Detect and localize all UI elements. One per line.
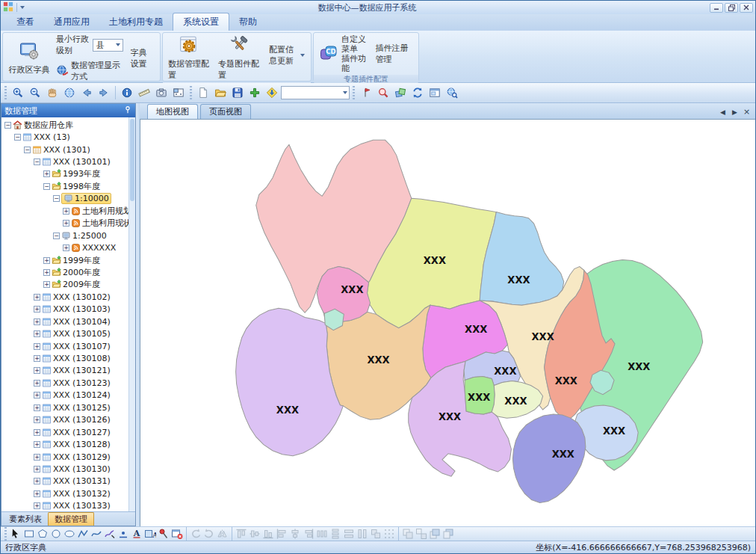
display-mode-button[interactable]: 数据管理显示方式 [56, 60, 123, 82]
layers-button[interactable] [392, 84, 409, 101]
tree-expander[interactable]: + [43, 257, 50, 264]
full-extent-button[interactable] [61, 84, 78, 101]
tree-expander[interactable]: − [14, 134, 21, 141]
import-data-button[interactable] [264, 84, 280, 101]
tree-expander[interactable]: + [34, 466, 40, 473]
tree-expander[interactable]: + [34, 343, 40, 350]
delete-window-button[interactable] [170, 528, 184, 541]
overview-button[interactable] [170, 84, 187, 101]
same-height-button[interactable] [356, 528, 369, 541]
tree-item[interactable]: +XXX (130131) [1, 475, 128, 487]
tree-item[interactable]: +XXX (130126) [1, 414, 128, 426]
pin-icon[interactable] [123, 105, 132, 117]
bookmark-button[interactable] [358, 84, 374, 101]
tree-item[interactable]: +XXX (130132) [1, 487, 128, 499]
select-arrow-button[interactable] [9, 528, 22, 541]
send-back-button[interactable] [441, 528, 455, 541]
snap-grid-button[interactable] [382, 528, 396, 541]
minimize-button[interactable] [710, 3, 723, 13]
new-document-button[interactable] [195, 84, 211, 101]
toolbar-grip[interactable] [190, 86, 192, 99]
tree-item[interactable]: +XXX (130127) [1, 426, 128, 438]
custom-menu-plugin-button[interactable]: CD 自定义菜单 插件功能 [317, 34, 369, 74]
refresh-button[interactable] [409, 84, 426, 101]
tree-item[interactable]: +1999年度 [1, 254, 128, 266]
same-width-button[interactable] [342, 528, 356, 541]
tree-item[interactable]: −1:10000 [1, 193, 128, 205]
tab-scroll-left-icon[interactable]: ◀ [718, 107, 728, 117]
find-button[interactable] [375, 84, 391, 101]
tree-item[interactable]: +XXX (130124) [1, 390, 128, 401]
scrollbar-thumb[interactable] [130, 119, 134, 201]
tree-expander[interactable]: + [34, 502, 40, 509]
tree-item[interactable]: +XXX (130121) [1, 365, 128, 377]
map-window-button[interactable] [427, 84, 443, 101]
map-canvas[interactable]: XXXXXXXXXXXXXXXXXXXXXXXXXXXXXXXXXXXXXXXX… [140, 119, 755, 526]
align-right-button[interactable] [302, 528, 315, 541]
text-button[interactable]: A [130, 528, 143, 541]
tab-scroll-right-icon[interactable]: ▶ [730, 107, 740, 117]
pan-button[interactable] [44, 84, 61, 101]
point-button[interactable] [117, 528, 130, 541]
tree-expander[interactable]: + [43, 281, 50, 288]
label-button[interactable]: A [143, 528, 157, 541]
restore-button[interactable] [725, 3, 738, 13]
toolbar-grip[interactable] [4, 86, 7, 99]
tree-expander[interactable]: + [34, 294, 40, 301]
dictionary-settings-button[interactable]: 字典设置 [127, 46, 157, 71]
circle-button[interactable] [49, 528, 63, 541]
config-update-button[interactable]: 配置信息更新 [266, 43, 308, 68]
prev-extent-button[interactable] [78, 84, 95, 101]
tree-item[interactable]: +XXXXXX [1, 241, 128, 253]
ribbon-tab[interactable]: 土地利用专题 [99, 13, 173, 31]
tree-expander[interactable]: + [34, 355, 40, 362]
tree-expander[interactable]: − [43, 183, 50, 190]
save-button[interactable] [229, 84, 246, 101]
tree-expander[interactable]: + [34, 416, 40, 423]
align-center-button[interactable] [288, 528, 302, 541]
tree-expander[interactable]: + [34, 454, 40, 461]
align-middle-button[interactable] [248, 528, 261, 541]
tree-item[interactable]: +2000年度 [1, 266, 128, 278]
tree-expander[interactable]: − [34, 158, 40, 165]
polyline-button[interactable] [76, 528, 90, 541]
identify-button[interactable] [119, 84, 135, 101]
admin-dictionary-button[interactable]: 行政区字典 [6, 40, 52, 76]
data-config-button[interactable]: 数据管理配置 [166, 34, 212, 81]
snapshot-button[interactable] [153, 84, 170, 101]
tree-expander[interactable]: + [43, 170, 50, 177]
tree-expander[interactable]: + [63, 244, 69, 251]
flip-button[interactable] [216, 528, 229, 541]
align-left-button[interactable] [275, 528, 288, 541]
group-button[interactable] [401, 528, 415, 541]
tree-expander[interactable]: + [34, 478, 40, 484]
tree-expander[interactable]: − [53, 233, 60, 239]
tree-item[interactable]: +XXX (130107) [1, 340, 128, 352]
tree-item[interactable]: +XXX (130105) [1, 327, 128, 339]
tree-expander[interactable]: + [34, 490, 40, 497]
tree-item[interactable]: −数据应用仓库 [1, 119, 128, 131]
tree-item[interactable]: −1998年度 [1, 180, 128, 192]
tree-item[interactable]: +XXX (130133) [1, 500, 128, 511]
rotate-right-button[interactable] [202, 528, 216, 541]
tab-feature-list[interactable]: 要素列表 [3, 512, 48, 526]
scale-combobox[interactable] [281, 86, 350, 99]
toolbar-grip[interactable] [353, 86, 355, 99]
tree-expander[interactable]: − [24, 147, 31, 153]
open-button[interactable] [212, 84, 229, 101]
tree-item[interactable]: −XXX (130101) [1, 156, 128, 167]
freehand-button[interactable] [103, 528, 117, 541]
rotate-left-button[interactable] [189, 528, 202, 541]
distribute-h-button[interactable] [315, 528, 329, 541]
tree-expander[interactable]: + [34, 441, 40, 448]
plugin-register-button[interactable]: 插件注册管理 [373, 41, 415, 67]
tab-data-management[interactable]: 数据管理 [48, 512, 94, 526]
add-data-button[interactable] [247, 84, 263, 101]
zoom-in-button[interactable] [10, 84, 26, 101]
tree-item[interactable]: +XXX (130128) [1, 438, 128, 450]
tree-item[interactable]: +2009年度 [1, 279, 128, 291]
ribbon-tab[interactable]: 查看 [7, 13, 44, 31]
pin-flag-button[interactable] [157, 528, 170, 541]
tree-expander[interactable]: + [34, 367, 40, 374]
same-size-button[interactable] [369, 528, 382, 541]
